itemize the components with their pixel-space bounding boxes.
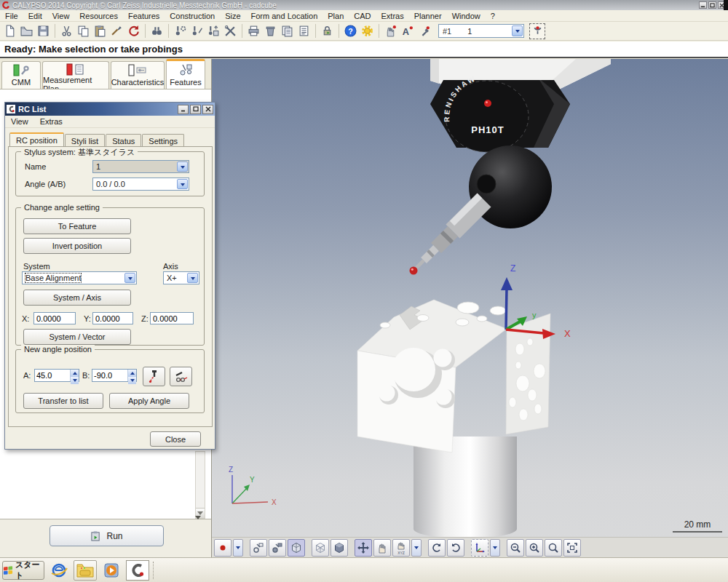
coordinate-system-button[interactable] (471, 539, 488, 557)
menu-file[interactable]: File (0, 12, 23, 20)
probe-display-button[interactable] (214, 539, 232, 557)
rotate-left-button[interactable] (428, 539, 446, 557)
system-dropdown[interactable] (124, 273, 135, 283)
angle-ab-dropdown[interactable] (177, 179, 188, 189)
x-input[interactable] (33, 312, 76, 324)
stylus-name-dropdown[interactable] (177, 162, 188, 172)
probe-change-button[interactable] (205, 23, 222, 39)
b-angle-input[interactable] (92, 370, 127, 381)
menu-cad[interactable]: CAD (349, 12, 376, 20)
menu-extras[interactable]: Extras (376, 12, 409, 20)
spindle-combo[interactable]: #1 1 (438, 24, 524, 38)
coordinate-system-dropdown[interactable] (490, 539, 500, 557)
menu-window[interactable]: Window (447, 12, 486, 20)
new-button[interactable] (1, 23, 18, 39)
system-axis-button[interactable]: System / Axis (23, 290, 131, 306)
rc-menu-extras[interactable]: Extras (34, 117, 68, 126)
open-button[interactable] (18, 23, 35, 39)
pan-hand-button[interactable] (373, 539, 391, 557)
stylus-view-a-button[interactable] (250, 539, 267, 557)
apply-angle-button[interactable]: Apply Angle (109, 393, 189, 409)
print-button[interactable] (245, 23, 262, 39)
probe-edit-button[interactable] (189, 23, 205, 39)
format-button[interactable] (108, 23, 125, 39)
to-feature-button[interactable]: To Feature (23, 218, 131, 234)
menu-plan[interactable]: Plan (323, 12, 349, 20)
taskbar-media-button[interactable] (100, 560, 123, 581)
zoom-fit-button[interactable] (563, 539, 581, 557)
transfer-to-list-button[interactable]: Transfer to list (23, 393, 103, 409)
cad-viewport[interactable]: RENISHAW PH10T (211, 59, 728, 557)
zoom-window-button[interactable] (545, 539, 562, 557)
rc-tab-rc-position[interactable]: RC position (9, 132, 64, 147)
minimize-button[interactable] (699, 1, 707, 9)
zoom-in-button[interactable] (526, 539, 543, 557)
angle-ab-combo[interactable]: 0.0 / 0.0 (92, 178, 189, 191)
taskbar-explorer-button[interactable] (74, 560, 97, 581)
close-dialog-button[interactable]: Close (150, 431, 201, 447)
rc-tab-settings[interactable]: Settings (142, 134, 184, 147)
maximize-button[interactable] (708, 1, 716, 9)
start-button[interactable]: スタート (2, 561, 44, 580)
taskbar-calypso-button[interactable] (126, 560, 149, 581)
tab-measurement-plan[interactable]: Measurement Plan (42, 61, 109, 89)
run-button[interactable]: Run (50, 525, 164, 546)
current-tool-button[interactable] (529, 23, 545, 39)
menu-resources[interactable]: Resources (74, 12, 123, 20)
tab-characteristics[interactable]: Characteristics (111, 61, 165, 89)
menu-edit[interactable]: Edit (23, 12, 47, 20)
copy-button[interactable] (75, 23, 92, 39)
rc-menu-view[interactable]: View (5, 117, 34, 126)
rc-close-button[interactable] (202, 105, 213, 114)
rc-minimize-button[interactable] (178, 105, 189, 114)
y-input[interactable] (92, 312, 133, 324)
shaded-view-button[interactable] (288, 539, 305, 557)
invert-position-button[interactable]: Invert position (23, 238, 131, 254)
probe-move-dropdown[interactable] (411, 539, 422, 557)
save-button[interactable] (35, 23, 52, 39)
rc-tab-styli-list[interactable]: Styli list (65, 134, 105, 147)
rc-dialog-titlebar[interactable]: RC List (5, 103, 215, 116)
b-spin-up[interactable] (128, 370, 136, 377)
taskbar-ie-button[interactable] (47, 560, 71, 581)
help-button[interactable]: ? (342, 23, 359, 39)
menu-features[interactable]: Features (123, 12, 165, 20)
menu-construction[interactable]: Construction (165, 12, 220, 20)
b-spin-down[interactable] (128, 377, 136, 384)
probe-point-button[interactable] (416, 23, 432, 39)
cut-button[interactable] (58, 23, 75, 39)
probe-angle-button[interactable] (143, 367, 165, 386)
a-spin-up[interactable] (71, 370, 79, 377)
solid-view-button[interactable] (331, 539, 348, 557)
delete-button[interactable] (262, 23, 279, 39)
wireframe-view-button[interactable] (312, 539, 329, 557)
menu-planner[interactable]: Planner (409, 12, 447, 20)
settings-button[interactable] (359, 23, 376, 39)
probe-preview-button[interactable] (170, 367, 192, 386)
move-view-button[interactable] (355, 539, 372, 557)
copy-plan-button[interactable] (279, 23, 296, 39)
axis-dropdown[interactable] (187, 273, 198, 283)
stylus-view-b-button[interactable] (269, 539, 286, 557)
axis-combo[interactable]: X+ (163, 271, 199, 284)
list-scrollbar[interactable] (195, 451, 205, 519)
z-input[interactable] (150, 312, 194, 324)
a-spin-down[interactable] (71, 377, 79, 384)
spindle-dropdown-arrow[interactable] (512, 25, 523, 36)
rotate-right-button[interactable] (447, 539, 464, 557)
rc-tab-status[interactable]: Status (106, 134, 141, 147)
menu-view[interactable]: View (47, 12, 75, 20)
probe-move-button[interactable]: XYZ (392, 539, 410, 557)
tab-cmm[interactable]: CMM (1, 61, 41, 89)
undo-button[interactable] (125, 23, 142, 39)
menu-form-and-location[interactable]: Form and Location (246, 12, 323, 20)
probe-config-button[interactable] (172, 23, 189, 39)
rc-maximize-button[interactable] (190, 105, 201, 114)
system-combo[interactable]: Base Alignment (22, 271, 137, 284)
paste-button[interactable] (92, 23, 108, 39)
menu-size[interactable]: Size (220, 12, 245, 20)
tab-features[interactable]: Features (166, 59, 205, 89)
lock-run-button[interactable] (319, 23, 336, 39)
tools-button[interactable] (222, 23, 239, 39)
stylus-name-combo[interactable]: 1 (92, 160, 189, 173)
